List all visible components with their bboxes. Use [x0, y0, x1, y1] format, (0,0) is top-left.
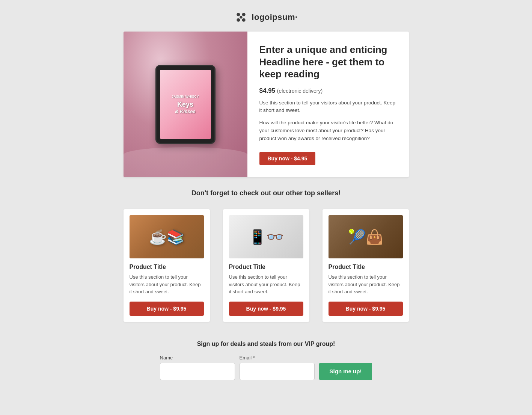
svg-point-1: [242, 13, 246, 16]
name-label: Name: [160, 355, 235, 361]
top-sellers-section: Don't forget to check out our other top …: [124, 189, 409, 206]
tablet-screen: JASMIN WHISCY Keys & Kisses: [160, 70, 211, 139]
book-title-keys: Keys: [177, 101, 193, 109]
product-title-3: Product Title: [329, 264, 403, 270]
lace-decoration: [124, 147, 247, 177]
hero-price: $4.95 (electronic delivery): [259, 87, 397, 95]
product-buy-button-1[interactable]: Buy now - $9.95: [130, 302, 204, 316]
hero-description-2: How will the product make your visitor's…: [259, 119, 397, 143]
product-buy-button-3[interactable]: Buy now - $9.95: [329, 302, 403, 316]
product-card-3: Product Title Use this section to tell y…: [323, 209, 409, 322]
logo-icon: [234, 11, 248, 24]
book-tablet: JASMIN WHISCY Keys & Kisses: [155, 65, 216, 144]
name-form-group: Name: [160, 355, 235, 380]
hero-content: Enter a unique and enticing Headline her…: [247, 32, 409, 177]
svg-point-4: [240, 16, 243, 18]
logo-text: logoipsum·: [252, 12, 297, 22]
hero-card: JASMIN WHISCY Keys & Kisses Enter a uniq…: [124, 32, 409, 177]
price-value: $4.95: [259, 87, 276, 94]
svg-point-2: [237, 18, 240, 22]
product-card-2: Product Title Use this section to tell y…: [223, 209, 309, 322]
product-image-3: [329, 215, 403, 258]
signup-title: Sign up for deals and steals from our VI…: [124, 341, 409, 347]
email-form-group: Email *: [240, 355, 315, 380]
product-description-3: Use this section to tell your visitors a…: [329, 273, 403, 296]
hero-description-1: Use this section to tell your visitors a…: [259, 99, 397, 115]
product-description-2: Use this section to tell your visitors a…: [229, 273, 303, 296]
signup-form: Name Email * Sign me up!: [124, 355, 409, 380]
email-input[interactable]: [240, 363, 315, 380]
top-sellers-title: Don't forget to check out our other top …: [124, 189, 409, 197]
header: logoipsum·: [0, 0, 532, 32]
product-title-1: Product Title: [130, 264, 204, 270]
products-grid: Product Title Use this section to tell y…: [124, 209, 409, 322]
name-input[interactable]: [160, 363, 235, 380]
hero-buy-button[interactable]: Buy now - $4.95: [259, 152, 316, 165]
product-description-1: Use this section to tell your visitors a…: [130, 273, 204, 296]
svg-point-3: [242, 18, 246, 22]
email-label: Email *: [240, 355, 315, 361]
signup-button[interactable]: Sign me up!: [319, 363, 372, 380]
product-image-2: [229, 215, 303, 258]
signup-section: Sign up for deals and steals from our VI…: [124, 337, 409, 395]
hero-image: JASMIN WHISCY Keys & Kisses: [124, 32, 247, 177]
product-title-2: Product Title: [229, 264, 303, 270]
product-buy-button-2[interactable]: Buy now - $9.95: [229, 302, 303, 316]
product-image-1: [130, 215, 204, 258]
price-delivery: (electronic delivery): [277, 88, 323, 94]
book-title-kisses: & Kisses: [175, 109, 196, 114]
svg-point-0: [237, 13, 240, 16]
hero-headline: Enter a unique and enticing Headline her…: [259, 44, 397, 80]
product-card-1: Product Title Use this section to tell y…: [124, 209, 210, 322]
book-author: JASMIN WHISCY: [172, 95, 199, 99]
